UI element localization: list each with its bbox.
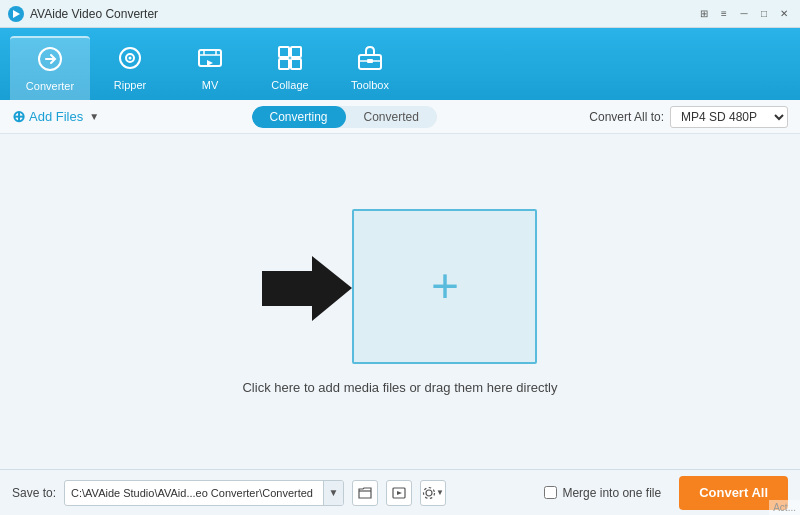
nav-bar: Converter Ripper MV xyxy=(0,28,800,100)
save-path-text: C:\AVAide Studio\AVAid...eo Converter\Co… xyxy=(65,487,323,499)
tab-converting[interactable]: Converting xyxy=(252,106,346,128)
nav-tab-mv[interactable]: MV xyxy=(170,36,250,100)
add-icon: ⊕ xyxy=(12,107,25,126)
svg-point-14 xyxy=(426,490,432,496)
mv-label: MV xyxy=(202,79,219,91)
drop-zone-row: + xyxy=(262,209,537,364)
merge-checkbox[interactable] xyxy=(544,486,557,499)
drop-zone-container: + Click here to add media files or drag … xyxy=(242,209,557,395)
settings-icon-btn[interactable]: ▼ xyxy=(420,480,446,506)
close-button[interactable]: ✕ xyxy=(776,6,792,22)
ripper-icon xyxy=(117,45,143,75)
svg-rect-7 xyxy=(291,47,301,57)
nav-tab-ripper[interactable]: Ripper xyxy=(90,36,170,100)
format-selector[interactable]: MP4 SD 480P MP4 HD 720P MP4 HD 1080P AVI… xyxy=(670,106,788,128)
convert-all-to-label: Convert All to: xyxy=(589,110,664,124)
title-bar-left: AVAide Video Converter xyxy=(8,6,158,22)
plus-icon: + xyxy=(431,262,459,310)
svg-rect-9 xyxy=(291,59,301,69)
win-btn-menu[interactable]: ≡ xyxy=(716,6,732,22)
window-controls: ⊞ ≡ ─ □ ✕ xyxy=(696,6,792,22)
collage-label: Collage xyxy=(271,79,308,91)
minimize-button[interactable]: ─ xyxy=(736,6,752,22)
main-content: + Click here to add media files or drag … xyxy=(0,134,800,469)
merge-container: Merge into one file xyxy=(544,486,661,500)
maximize-button[interactable]: □ xyxy=(756,6,772,22)
mv-icon xyxy=(197,45,223,75)
drop-hint: Click here to add media files or drag th… xyxy=(242,380,557,395)
arrow-icon xyxy=(262,256,342,316)
title-text: AVAide Video Converter xyxy=(30,7,158,21)
save-to-label: Save to: xyxy=(12,486,56,500)
merge-label[interactable]: Merge into one file xyxy=(562,486,661,500)
watermark: Act... xyxy=(769,500,800,515)
svg-rect-11 xyxy=(367,59,373,63)
add-files-dropdown-arrow[interactable]: ▼ xyxy=(89,111,99,122)
nav-tab-toolbox[interactable]: Toolbox xyxy=(330,36,410,100)
toolbar: ⊕ Add Files ▼ Converting Converted Conve… xyxy=(0,100,800,134)
win-btn-grid[interactable]: ⊞ xyxy=(696,6,712,22)
media-icon-btn[interactable] xyxy=(386,480,412,506)
svg-marker-12 xyxy=(262,256,352,321)
add-files-button[interactable]: ⊕ Add Files ▼ xyxy=(12,107,99,126)
nav-tab-collage[interactable]: Collage xyxy=(250,36,330,100)
tab-converted[interactable]: Converted xyxy=(346,106,437,128)
svg-point-15 xyxy=(424,487,435,498)
svg-point-4 xyxy=(129,57,132,60)
convert-all-to: Convert All to: MP4 SD 480P MP4 HD 720P … xyxy=(589,106,788,128)
tab-group: Converting Converted xyxy=(252,106,437,128)
ripper-label: Ripper xyxy=(114,79,146,91)
svg-rect-6 xyxy=(279,47,289,57)
save-path: C:\AVAide Studio\AVAid...eo Converter\Co… xyxy=(64,480,344,506)
svg-marker-0 xyxy=(13,10,20,18)
title-bar: AVAide Video Converter ⊞ ≡ ─ □ ✕ xyxy=(0,0,800,28)
app-icon xyxy=(8,6,24,22)
footer: Save to: C:\AVAide Studio\AVAid...eo Con… xyxy=(0,469,800,515)
toolbox-icon xyxy=(357,45,383,75)
nav-tab-converter[interactable]: Converter xyxy=(10,36,90,100)
add-files-label: Add Files xyxy=(29,109,83,124)
converter-label: Converter xyxy=(26,80,74,92)
converter-icon xyxy=(37,46,63,76)
svg-rect-8 xyxy=(279,59,289,69)
toolbox-label: Toolbox xyxy=(351,79,389,91)
collage-icon xyxy=(277,45,303,75)
save-path-dropdown[interactable]: ▼ xyxy=(323,481,343,505)
drop-box[interactable]: + xyxy=(352,209,537,364)
folder-icon-btn[interactable] xyxy=(352,480,378,506)
